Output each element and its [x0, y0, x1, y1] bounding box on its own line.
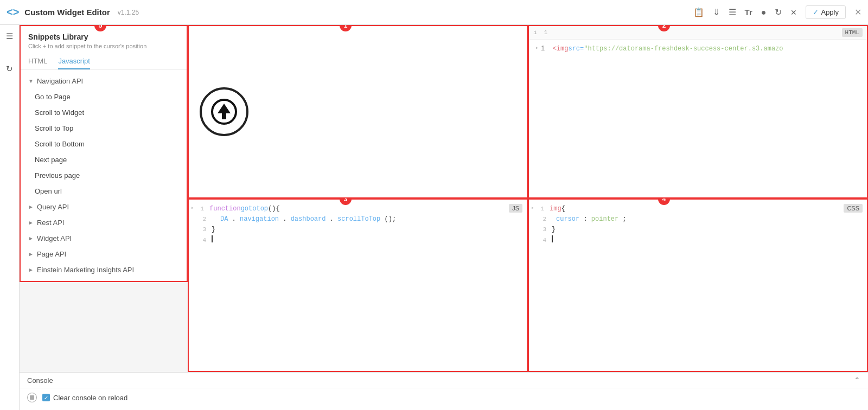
nav-api-group[interactable]: ▼ Navigation API [21, 73, 187, 89]
console-stop-button[interactable] [27, 393, 37, 402]
css-line-1: ▸ 1 img { [531, 204, 865, 214]
css-prop: cursor [556, 215, 579, 223]
html-code-line-1: ▸ 1 <img src= "https://datorama-freshdes… [535, 44, 860, 54]
nav-item-go-to-page[interactable]: Go to Page [21, 89, 187, 105]
nav-item-scroll-to-bottom[interactable]: Scroll to Bottom [21, 136, 187, 152]
clear-console-checkbox-wrapper[interactable]: ✓ Clear console on reload [42, 394, 127, 402]
clear-console-checkbox[interactable]: ✓ [42, 394, 50, 401]
js-linenum-4: 4 [199, 236, 212, 246]
js-nav: navigation [240, 215, 279, 223]
einstein-api-group[interactable]: ► Einstein Marketing Insights API [21, 262, 187, 278]
query-api-label: Query API [37, 203, 69, 211]
version-label: v1.1.25 [118, 9, 139, 16]
css-linenum-3: 3 [539, 225, 552, 235]
download-icon[interactable]: ⇓ [713, 7, 720, 17]
cursor-blink [212, 235, 213, 242]
js-paren: (){ [268, 204, 280, 214]
window-close-button[interactable]: ✕ [854, 7, 861, 17]
css-line-2: 2 cursor : pointer ; [531, 214, 865, 225]
collapse-console-button[interactable]: ⌃ [854, 376, 860, 385]
snippet-tabs: HTML Javascript [21, 53, 187, 70]
widget-api-group[interactable]: ► Widget API [21, 230, 187, 246]
html-code-body: ▸ 1 <img src= "https://datorama-freshdes… [529, 40, 867, 59]
js-line-4: 4 [191, 235, 525, 246]
stop-icon [30, 395, 34, 400]
page-api-label: Page API [37, 250, 66, 258]
svg-rect-2 [222, 113, 226, 119]
right-content: 5 Snippets Library Click + to add snippe… [20, 25, 868, 410]
apply-button[interactable]: ✓ Apply [806, 5, 846, 19]
query-api-group[interactable]: ► Query API [21, 199, 187, 215]
html-code-panel[interactable]: i 1 HTML ▸ 1 <img src= "https://datorama… [528, 25, 868, 198]
css-line2-content: cursor : pointer ; [552, 214, 627, 225]
nav-item-scroll-to-top[interactable]: Scroll to Top [21, 120, 187, 136]
app-title: Custom Widget Editor [24, 8, 110, 17]
html-preview-panel [188, 25, 528, 198]
panel4-container: 4 CSS ▸ 1 img { 2 [528, 198, 868, 372]
apply-check-icon: ✓ [813, 8, 819, 16]
sidebar-subtitle: Click + to add snippet to the cursor's p… [28, 42, 179, 50]
nav-item-previous-page[interactable]: Previous page [21, 168, 187, 183]
panel1-container: 1 [188, 25, 528, 198]
tab-javascript[interactable]: Javascript [58, 57, 90, 69]
top-bar-right: 📋 ⇓ ☰ Tr ● ↻ ✕ ✓ Apply ✕ [693, 5, 861, 19]
js-code-panel[interactable]: JS ▸ 1 function gototop (){ [188, 198, 528, 372]
text-icon[interactable]: Tr [745, 8, 752, 17]
css-val: pointer [591, 215, 618, 223]
css-selector: img [550, 204, 561, 214]
js-dash: dashboard [291, 215, 326, 223]
top-bar: <> Custom Widget Editor v1.1.25 📋 ⇓ ☰ Tr… [0, 0, 868, 25]
html-code-header: i 1 HTML [529, 26, 867, 40]
editor-and-sidebar: 5 Snippets Library Click + to add snippe… [20, 25, 868, 372]
widget-api-label: Widget API [37, 234, 72, 242]
js-line-3: 3 } [191, 225, 525, 235]
nav-item-open-url[interactable]: Open url [21, 183, 187, 199]
logo-icon: <> [7, 6, 19, 18]
list-icon[interactable]: ☰ [729, 7, 736, 17]
line-arrow: ▸ [535, 44, 539, 53]
css-code-panel[interactable]: CSS ▸ 1 img { 2 [528, 198, 868, 372]
refresh-icon[interactable]: ↻ [775, 7, 782, 17]
js-lang-badge: JS [509, 204, 522, 213]
nav-item-next-page[interactable]: Next page [21, 152, 187, 168]
tab-html[interactable]: HTML [28, 57, 47, 69]
html-line-info: i 1 [533, 29, 547, 36]
menu-icon[interactable]: ☰ [4, 29, 15, 43]
js-dot1: . [232, 215, 236, 223]
js-linenum-1: 1 [196, 204, 209, 214]
refresh-left-icon[interactable]: ↻ [4, 62, 15, 76]
chevron-right-icon-query: ► [28, 204, 34, 210]
css-brace-open: { [561, 204, 565, 214]
console-label: Console [27, 376, 53, 385]
nav-item-scroll-to-widget[interactable]: Scroll to Widget [21, 105, 187, 120]
html-tag: <img [553, 44, 569, 54]
html-attr: src= [568, 44, 584, 54]
js-da: DA [220, 215, 228, 223]
js-fn-name: gototop [241, 204, 268, 214]
css-linenum-1: 1 [537, 204, 550, 214]
css-arrow-1: ▸ [531, 204, 534, 213]
js-linenum-2: 2 [199, 215, 212, 225]
person-icon[interactable]: ● [761, 8, 767, 17]
line-arrow-1: ▸ [191, 204, 194, 213]
css-lang-badge: CSS [844, 204, 863, 213]
nav-section: ▼ Navigation API Go to Page Scroll to Wi… [21, 70, 187, 281]
css-brace-close: } [552, 225, 556, 235]
css-linenum-2: 2 [539, 215, 552, 225]
close-icon-x[interactable]: ✕ [790, 8, 797, 17]
page-api-group[interactable]: ► Page API [21, 246, 187, 262]
copy-icon[interactable]: 📋 [693, 7, 704, 17]
content-area: 1 2 [188, 25, 868, 372]
snippets-sidebar: Snippets Library Click + to add snippet … [20, 25, 188, 282]
css-semi: ; [622, 215, 626, 223]
chevron-right-icon-einstein: ► [28, 267, 34, 273]
css-code-body: ▸ 1 img { 2 cursor : [529, 200, 867, 249]
rest-api-group[interactable]: ► Rest API [21, 215, 187, 230]
chevron-right-icon-page: ► [28, 251, 34, 257]
main-row: ☰ ↻ 5 Snippets Library Click + to add sn… [0, 25, 868, 410]
einstein-api-label: Einstein Marketing Insights API [37, 266, 134, 274]
chevron-right-icon-rest: ► [28, 220, 34, 226]
rest-api-label: Rest API [37, 219, 65, 227]
html-line-num: 1 [541, 44, 553, 54]
js-dot2: . [283, 215, 286, 223]
